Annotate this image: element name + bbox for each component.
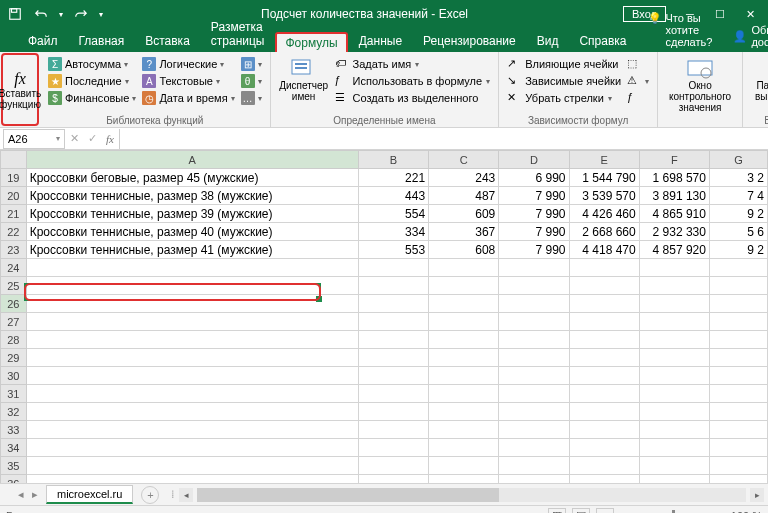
row-header[interactable]: 26 bbox=[1, 295, 27, 313]
cell[interactable]: 3 539 570 bbox=[569, 187, 639, 205]
cell[interactable] bbox=[639, 277, 709, 295]
cell[interactable]: 487 bbox=[429, 187, 499, 205]
scroll-thumb[interactable] bbox=[197, 488, 499, 502]
cell[interactable] bbox=[639, 331, 709, 349]
cell[interactable] bbox=[639, 385, 709, 403]
scroll-left-icon[interactable]: ◂ bbox=[179, 488, 193, 502]
col-header[interactable]: A bbox=[26, 151, 358, 169]
cell[interactable] bbox=[429, 475, 499, 484]
cell[interactable] bbox=[429, 439, 499, 457]
show-formulas-button[interactable]: ⬚ bbox=[625, 56, 651, 72]
cell[interactable] bbox=[499, 313, 569, 331]
cell[interactable] bbox=[639, 439, 709, 457]
cell[interactable] bbox=[26, 475, 358, 484]
zoom-in-icon[interactable]: + bbox=[718, 510, 724, 514]
row-header[interactable]: 31 bbox=[1, 385, 27, 403]
row-header[interactable]: 27 bbox=[1, 313, 27, 331]
tab-file[interactable]: Файл bbox=[18, 30, 68, 52]
cell[interactable] bbox=[499, 457, 569, 475]
cell[interactable] bbox=[499, 331, 569, 349]
normal-view-icon[interactable]: ▦ bbox=[548, 508, 566, 514]
col-header[interactable]: B bbox=[358, 151, 428, 169]
cell[interactable] bbox=[358, 421, 428, 439]
cell[interactable] bbox=[709, 313, 767, 331]
page-break-view-icon[interactable]: ▭ bbox=[596, 508, 614, 514]
row-header[interactable]: 30 bbox=[1, 367, 27, 385]
datetime-button[interactable]: ◷Дата и время▾ bbox=[140, 90, 236, 106]
cell[interactable]: 3 2 bbox=[709, 169, 767, 187]
cell[interactable]: 443 bbox=[358, 187, 428, 205]
cell[interactable] bbox=[26, 259, 358, 277]
redo-icon[interactable] bbox=[70, 3, 92, 25]
cell[interactable] bbox=[709, 349, 767, 367]
cell[interactable]: 9 2 bbox=[709, 241, 767, 259]
zoom-level[interactable]: 100 % bbox=[731, 510, 762, 514]
sheet-nav-prev-icon[interactable]: ◂ bbox=[18, 488, 24, 501]
cell[interactable] bbox=[429, 295, 499, 313]
cell[interactable] bbox=[499, 295, 569, 313]
cell[interactable] bbox=[639, 259, 709, 277]
cell[interactable]: 7 990 bbox=[499, 241, 569, 259]
col-header[interactable]: G bbox=[709, 151, 767, 169]
cell[interactable]: 609 bbox=[429, 205, 499, 223]
row-header[interactable]: 29 bbox=[1, 349, 27, 367]
cell[interactable] bbox=[639, 403, 709, 421]
cell[interactable] bbox=[569, 277, 639, 295]
cell[interactable]: 221 bbox=[358, 169, 428, 187]
row-header[interactable]: 24 bbox=[1, 259, 27, 277]
cell[interactable]: 367 bbox=[429, 223, 499, 241]
cell[interactable] bbox=[358, 403, 428, 421]
cell[interactable] bbox=[358, 259, 428, 277]
tab-home[interactable]: Главная bbox=[69, 30, 135, 52]
cell[interactable]: 4 418 470 bbox=[569, 241, 639, 259]
tab-data[interactable]: Данные bbox=[349, 30, 412, 52]
col-header[interactable]: F bbox=[639, 151, 709, 169]
logical-button[interactable]: ?Логические▾ bbox=[140, 56, 236, 72]
cell[interactable] bbox=[26, 421, 358, 439]
tab-formulas[interactable]: Формулы bbox=[275, 32, 347, 52]
evaluate-button[interactable]: ƒ bbox=[625, 90, 651, 106]
cell[interactable] bbox=[26, 295, 358, 313]
cell[interactable]: 553 bbox=[358, 241, 428, 259]
sheet-nav-next-icon[interactable]: ▸ bbox=[32, 488, 38, 501]
cell[interactable] bbox=[429, 367, 499, 385]
more-button[interactable]: …▾ bbox=[239, 90, 264, 106]
cell[interactable] bbox=[358, 367, 428, 385]
tell-me[interactable]: 💡Что вы хотите сделать? bbox=[638, 8, 723, 52]
row-header[interactable]: 34 bbox=[1, 439, 27, 457]
cell[interactable]: 7 4 bbox=[709, 187, 767, 205]
cell[interactable] bbox=[709, 331, 767, 349]
row-header[interactable]: 32 bbox=[1, 403, 27, 421]
undo-icon[interactable] bbox=[30, 3, 52, 25]
cell[interactable] bbox=[569, 295, 639, 313]
cell[interactable] bbox=[26, 313, 358, 331]
row-header[interactable]: 22 bbox=[1, 223, 27, 241]
recent-button[interactable]: ★Последние▾ bbox=[46, 73, 138, 89]
math-button[interactable]: θ▾ bbox=[239, 73, 264, 89]
cell[interactable] bbox=[499, 421, 569, 439]
cell[interactable]: 9 2 bbox=[709, 205, 767, 223]
cell[interactable]: Кроссовки теннисные, размер 41 (мужские) bbox=[26, 241, 358, 259]
cell[interactable] bbox=[639, 367, 709, 385]
cell[interactable] bbox=[709, 475, 767, 484]
add-sheet-button[interactable]: + bbox=[141, 486, 159, 504]
cell[interactable]: 1 698 570 bbox=[639, 169, 709, 187]
horizontal-scrollbar[interactable]: ⁞ ◂ ▸ bbox=[167, 488, 768, 502]
col-header[interactable]: C bbox=[429, 151, 499, 169]
cell[interactable] bbox=[569, 421, 639, 439]
enter-icon[interactable]: ✓ bbox=[83, 132, 101, 145]
cell[interactable] bbox=[709, 259, 767, 277]
cell[interactable] bbox=[639, 313, 709, 331]
cell[interactable] bbox=[358, 331, 428, 349]
spreadsheet-grid[interactable]: ABCDEFG19Кроссовки беговые, размер 45 (м… bbox=[0, 150, 768, 483]
cell[interactable] bbox=[358, 457, 428, 475]
cell[interactable] bbox=[429, 385, 499, 403]
cell[interactable] bbox=[499, 349, 569, 367]
cell[interactable] bbox=[429, 349, 499, 367]
undo-dropdown-icon[interactable]: ▾ bbox=[56, 3, 66, 25]
remove-arrows-button[interactable]: ✕Убрать стрелки▾ bbox=[505, 90, 623, 106]
row-header[interactable]: 19 bbox=[1, 169, 27, 187]
cell[interactable]: 4 865 910 bbox=[639, 205, 709, 223]
cell[interactable] bbox=[709, 421, 767, 439]
save-icon[interactable] bbox=[4, 3, 26, 25]
